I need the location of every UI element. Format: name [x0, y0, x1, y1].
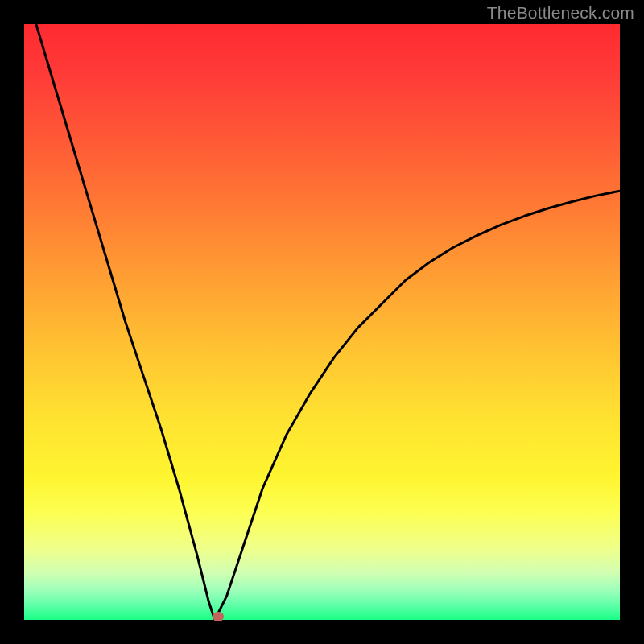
cusp-marker: [213, 612, 224, 621]
bottleneck-curve: [36, 24, 620, 620]
plot-area: [24, 24, 620, 620]
watermark-text: TheBottleneck.com: [487, 3, 634, 23]
curve-svg: [24, 24, 620, 620]
chart-frame: TheBottleneck.com: [0, 0, 644, 644]
